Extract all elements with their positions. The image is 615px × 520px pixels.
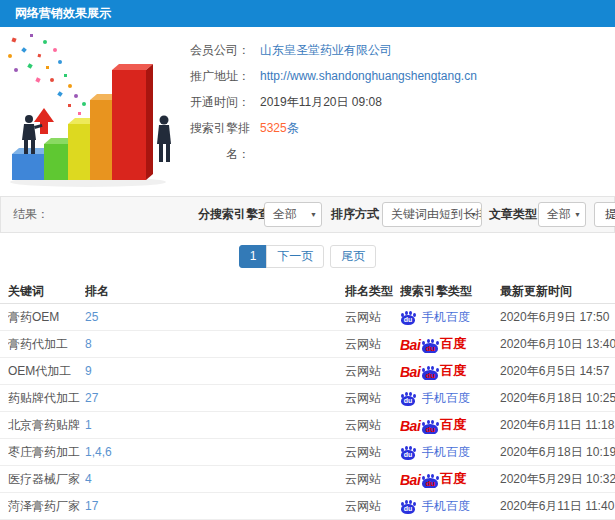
page: 网络营销效果展示 — [0, 0, 615, 520]
updated-cell: 2020年6月9日 17:50 — [500, 309, 615, 326]
mobile-baidu-label: 手机百度 — [422, 498, 470, 515]
company-link[interactable]: 山东皇圣堂药业有限公司 — [260, 43, 392, 57]
article-type-value: 全部 — [547, 207, 571, 221]
promotion-url-link[interactable]: http://www.shandonghuangshengtang.cn — [260, 69, 477, 83]
result-label: 结果： — [13, 197, 49, 232]
table-row: 菏泽膏药厂家 17 云网站 du 手机百度 2020年6月11日 11:40 — [0, 493, 615, 520]
keyword-cell: 膏药代加工 — [8, 336, 85, 353]
updated-cell: 2020年6月18日 10:19 — [500, 444, 615, 461]
keyword-cell: 医疗器械厂家 — [8, 471, 85, 488]
engine-filter-value: 全部 — [273, 207, 297, 221]
rank-type-cell: 云网站 — [345, 444, 400, 461]
engine-cell: Baidu百度 — [400, 362, 500, 380]
baidu-paw-icon: du — [400, 499, 416, 514]
col-rank-type: 排名类型 — [345, 283, 400, 300]
engine-cell: Baidu百度 — [400, 416, 500, 434]
keyword-rank-table: 关键词 排名 排名类型 搜索引擎类型 最新更新时间 膏药OEM 25 云网站 d… — [0, 280, 615, 520]
pagination: 1下一页尾页 — [0, 245, 615, 268]
promotion-url-label: 推广地址： — [168, 63, 250, 89]
submit-button[interactable]: 提交 — [594, 202, 615, 227]
bar-chart-icon — [0, 30, 185, 190]
table-row: 医疗器械厂家 4 云网站 Baidu百度 2020年5月29日 10:32 — [0, 466, 615, 493]
table-header-row: 关键词 排名 排名类型 搜索引擎类型 最新更新时间 — [0, 280, 615, 304]
info-section: 会员公司： 山东皇圣堂药业有限公司 推广地址： http://www.shand… — [0, 27, 615, 193]
mobile-baidu-label: 手机百度 — [422, 309, 470, 326]
rank-type-cell: 云网站 — [345, 309, 400, 326]
table-row: 药贴牌代加工 27 云网站 du 手机百度 2020年6月18日 10:25 — [0, 385, 615, 412]
engine-cell: du 手机百度 — [400, 444, 500, 461]
open-time-row: 开通时间： 2019年11月20日 09:08 — [168, 89, 608, 115]
updated-cell: 2020年6月10日 13:40 — [500, 336, 615, 353]
table-row: 北京膏药贴牌 1 云网站 Baidu百度 2020年6月11日 11:18 — [0, 412, 615, 439]
article-type-select[interactable]: 全部 ▼ — [538, 202, 586, 227]
engine-cell: du 手机百度 — [400, 309, 500, 326]
rank-type-cell: 云网站 — [345, 498, 400, 515]
next-page-button[interactable]: 下一页 — [266, 245, 324, 268]
baidu-paw-icon: du — [421, 365, 439, 380]
col-keyword: 关键词 — [8, 283, 85, 300]
rank-link[interactable]: 27 — [85, 391, 98, 405]
col-updated: 最新更新时间 — [500, 283, 615, 300]
title-bar: 网络营销效果展示 — [0, 0, 615, 27]
engine-cell: Baidu百度 — [400, 470, 500, 488]
updated-cell: 2020年5月29日 10:32 — [500, 471, 615, 488]
baidu-paw-icon: du — [421, 473, 439, 488]
promotion-url-row: 推广地址： http://www.shandonghuangshengtang.… — [168, 63, 608, 89]
bar-chart-illustration — [0, 30, 185, 190]
keyword-cell: 膏药OEM — [8, 309, 85, 326]
table-row: 枣庄膏药加工 1,4,6 云网站 du 手机百度 2020年6月18日 10:1… — [0, 439, 615, 466]
rank-link[interactable]: 9 — [85, 364, 92, 378]
caret-down-icon: ▼ — [470, 203, 477, 226]
filter-bar: 结果： 分搜索引擎查看 全部 ▼ 排序方式 关键词由短到长排序 ▼ 文章类型 全… — [0, 196, 615, 233]
member-info: 会员公司： 山东皇圣堂药业有限公司 推广地址： http://www.shand… — [168, 37, 608, 141]
engine-rank-label: 搜索引擎排名： — [168, 115, 250, 141]
rank-link[interactable]: 1 — [85, 418, 92, 432]
company-row: 会员公司： 山东皇圣堂药业有限公司 — [168, 37, 608, 63]
baidu-logo: Baidu百度 — [400, 470, 466, 488]
baidu-paw-icon: du — [400, 391, 416, 406]
keyword-cell: 药贴牌代加工 — [8, 390, 85, 407]
engine-filter-select[interactable]: 全部 ▼ — [264, 202, 322, 227]
updated-cell: 2020年6月5日 14:57 — [500, 363, 615, 380]
sort-label: 排序方式 — [331, 197, 379, 232]
rank-link[interactable]: 8 — [85, 337, 92, 351]
baidu-paw-icon: du — [421, 419, 439, 434]
rank-type-cell: 云网站 — [345, 390, 400, 407]
up-arrow-icon — [34, 108, 54, 134]
updated-cell: 2020年6月11日 11:18 — [500, 417, 615, 434]
engine-cell: du 手机百度 — [400, 498, 500, 515]
mobile-baidu-label: 手机百度 — [422, 444, 470, 461]
sort-select[interactable]: 关键词由短到长排序 ▼ — [382, 202, 482, 227]
last-page-button[interactable]: 尾页 — [330, 245, 376, 268]
engine-cell: du 手机百度 — [400, 390, 500, 407]
rank-type-cell: 云网站 — [345, 417, 400, 434]
bars-icon — [12, 64, 153, 180]
engine-rank-row: 搜索引擎排名： 5325条 — [168, 115, 608, 141]
baidu-paw-icon: du — [400, 310, 416, 325]
table-row: OEM代加工 9 云网站 Baidu百度 2020年6月5日 14:57 — [0, 358, 615, 385]
company-label: 会员公司： — [168, 37, 250, 63]
table-row: 膏药OEM 25 云网站 du 手机百度 2020年6月9日 17:50 — [0, 304, 615, 331]
rank-count: 5325 — [260, 121, 287, 135]
mobile-baidu-label: 手机百度 — [422, 390, 470, 407]
baidu-logo: Baidu百度 — [400, 416, 466, 434]
keyword-cell: 菏泽膏药厂家 — [8, 498, 85, 515]
baidu-paw-icon: du — [421, 338, 439, 353]
rank-link[interactable]: 17 — [85, 499, 98, 513]
keyword-cell: 北京膏药贴牌 — [8, 417, 85, 434]
baidu-paw-icon: du — [400, 445, 416, 460]
col-rank: 排名 — [85, 283, 345, 300]
caret-down-icon: ▼ — [310, 203, 317, 226]
page-1-button[interactable]: 1 — [239, 245, 268, 268]
engine-cell: Baidu百度 — [400, 335, 500, 353]
table-row: 膏药代加工 8 云网站 Baidu百度 2020年6月10日 13:40 — [0, 331, 615, 358]
rank-link[interactable]: 1,4,6 — [85, 445, 112, 459]
rank-link[interactable]: 4 — [85, 472, 92, 486]
rank-link[interactable]: 25 — [85, 310, 98, 324]
sort-value: 关键词由短到长排序 — [391, 207, 482, 221]
page-title: 网络营销效果展示 — [15, 0, 111, 27]
open-time-value: 2019年11月20日 09:08 — [260, 89, 382, 115]
confetti-icon — [8, 34, 86, 115]
baidu-logo: Baidu百度 — [400, 362, 466, 380]
updated-cell: 2020年6月18日 10:25 — [500, 390, 615, 407]
